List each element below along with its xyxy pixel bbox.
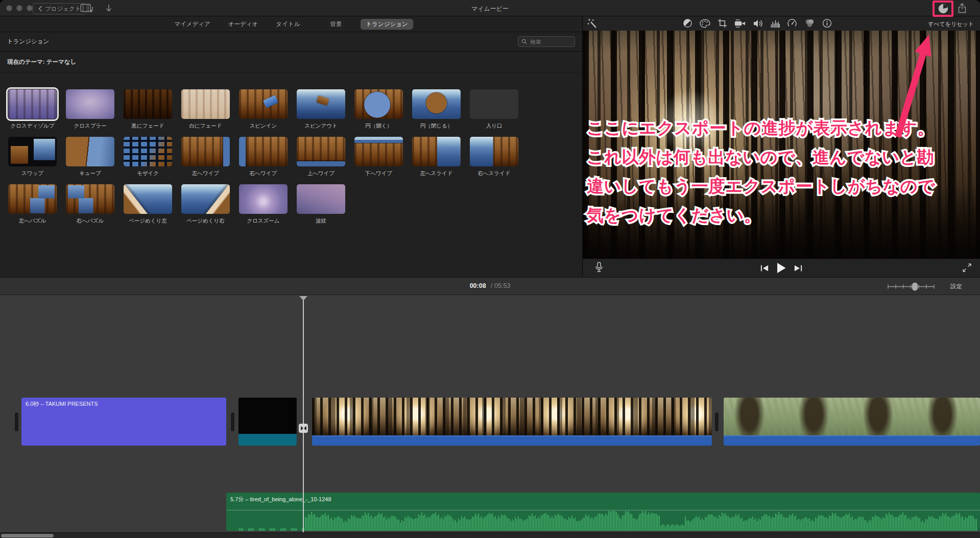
transition-thumbnail[interactable] — [470, 89, 518, 119]
title-clip[interactable]: 6.0秒 – TAKUMI PRESENTS — [21, 398, 226, 446]
transition-tile-circle-open[interactable]: 円（開く） — [354, 89, 403, 130]
transition-tile-slide-left[interactable]: 左へスライド — [412, 137, 461, 177]
green-video-clip[interactable] — [724, 398, 980, 446]
transition-tile-cross-dissolve[interactable]: クロスディゾルブ — [8, 89, 57, 130]
transition-thumbnail[interactable] — [66, 89, 114, 119]
tab-backgrounds[interactable]: 背景 — [325, 19, 347, 30]
transition-thumbnail[interactable] — [124, 184, 172, 214]
current-time: 00:08 — [470, 282, 486, 289]
tab-transitions[interactable]: トランジション — [361, 19, 413, 30]
share-icon[interactable] — [958, 3, 967, 13]
tab-my-media[interactable]: マイメディア — [169, 19, 216, 30]
transition-thumbnail[interactable] — [354, 137, 403, 166]
transition-thumbnail[interactable] — [181, 137, 230, 166]
transition-tile-wipe-right[interactable]: 右へワイプ — [239, 137, 288, 177]
transition-tile-swap[interactable]: スワップ — [8, 137, 57, 177]
noise-reduction-icon[interactable] — [771, 19, 780, 28]
transition-tile-spin-out[interactable]: スピンアウト — [297, 89, 345, 130]
transition-tile-cube[interactable]: キューブ — [66, 137, 114, 177]
info-icon[interactable] — [822, 18, 832, 28]
reset-all-button[interactable]: すべてをリセット — [928, 20, 974, 28]
timeline-zoom-slider[interactable] — [887, 282, 935, 291]
stabilization-camera-icon[interactable] — [734, 19, 746, 28]
search-field[interactable] — [518, 36, 575, 47]
transition-tile-spin-in[interactable]: スピンイン — [239, 89, 288, 130]
transition-tile-fade-black[interactable]: 黒にフェード — [124, 89, 172, 130]
transition-tile-doorway[interactable]: 入り口 — [470, 89, 518, 130]
transition-thumbnail[interactable] — [297, 89, 345, 119]
skip-forward-icon[interactable] — [794, 264, 802, 272]
transition-thumbnail[interactable] — [239, 89, 288, 119]
crop-icon[interactable] — [718, 18, 727, 28]
transition-thumbnail[interactable] — [124, 89, 172, 119]
forest-video-clip[interactable] — [312, 398, 712, 446]
browser-title: トランジション — [7, 38, 49, 45]
transition-thumbnail[interactable] — [8, 184, 57, 214]
transition-thumbnail[interactable] — [181, 89, 230, 119]
tab-titles[interactable]: タイトル — [271, 19, 305, 30]
speed-icon[interactable] — [787, 18, 797, 28]
transition-tile-fade-white[interactable]: 白にフェード — [181, 89, 230, 130]
color-balance-icon[interactable] — [683, 18, 692, 28]
transition-tile-wipe-down[interactable]: 下へワイプ — [354, 137, 403, 177]
transition-tile-ripple[interactable]: 波紋 — [297, 184, 345, 225]
horizontal-scrollbar[interactable] — [0, 532, 980, 538]
transition-thumbnail[interactable] — [239, 184, 288, 214]
skip-back-icon[interactable] — [760, 264, 769, 272]
clip-filter-icon[interactable] — [804, 18, 815, 28]
transition-thumbnail[interactable] — [8, 89, 57, 119]
current-theme-label: 現在のテーマ: テーマなし — [7, 58, 76, 66]
tab-audio[interactable]: オーディオ — [223, 19, 264, 30]
playhead[interactable] — [303, 299, 304, 532]
playhead-marker[interactable] — [299, 296, 307, 301]
transition-label: クロスズーム — [239, 217, 288, 225]
export-progress-highlight-box — [933, 1, 953, 17]
clip-trim-handle[interactable] — [231, 412, 234, 431]
transitions-row: 左へパズル右へパズルページめくり左ページめくり右クロスズーム波紋 — [8, 184, 582, 225]
transition-tile-circle-close[interactable]: 円（閉じる） — [412, 89, 461, 130]
black-clip[interactable] — [238, 398, 297, 446]
fullscreen-icon[interactable] — [962, 263, 972, 273]
transition-tile-puzzle-right[interactable]: 右へパズル — [66, 184, 114, 225]
forest-clip-audio-strip — [312, 435, 712, 446]
transition-thumbnail[interactable] — [66, 184, 114, 214]
play-button-icon[interactable] — [777, 263, 786, 273]
transition-tile-wipe-up[interactable]: 上へワイプ — [297, 137, 345, 177]
transition-tile-cross-zoom[interactable]: クロスズーム — [239, 184, 288, 225]
transition-thumbnail[interactable] — [412, 137, 461, 166]
transition-tile-slide-right[interactable]: 右へスライド — [470, 137, 518, 177]
transition-label: 左へワイプ — [181, 170, 230, 177]
transition-tile-page-curl-right[interactable]: ページめくり右 — [181, 184, 230, 225]
color-correction-icon[interactable] — [700, 19, 710, 28]
transition-tile-mosaic[interactable]: モザイク — [124, 137, 172, 177]
transition-thumbnail[interactable] — [124, 137, 172, 166]
green-clip-audio-strip — [724, 435, 980, 446]
background-music-clip[interactable]: 5.7分 – tired_of_being_alone_-_10-1248 — [226, 493, 980, 531]
transition-label: ページめくり右 — [181, 217, 230, 225]
export-progress-pie-icon[interactable] — [938, 3, 949, 14]
transition-badge[interactable] — [299, 424, 308, 433]
transition-tile-cross-blur[interactable]: クロスブラー — [66, 89, 114, 130]
transition-thumbnail[interactable] — [470, 137, 518, 166]
enhance-wand-icon[interactable] — [587, 18, 597, 29]
transition-thumbnail[interactable] — [8, 137, 57, 166]
transition-tile-page-curl-left[interactable]: ページめくり左 — [124, 184, 172, 225]
volume-icon[interactable] — [753, 19, 763, 28]
transition-thumbnail[interactable] — [297, 137, 345, 166]
timeline-settings-button[interactable]: 設定 — [950, 283, 962, 290]
zoom-slider-thumb[interactable] — [912, 283, 918, 291]
transition-thumbnail[interactable] — [239, 137, 288, 166]
transition-thumbnail[interactable] — [412, 89, 461, 119]
search-input[interactable] — [529, 38, 571, 45]
timeline[interactable]: 6.0秒 – TAKUMI PRESENTS 5.7分 – tired_of_b… — [0, 295, 980, 532]
transition-thumbnail[interactable] — [66, 137, 114, 166]
transition-thumbnail[interactable] — [354, 89, 403, 119]
transition-tile-puzzle-left[interactable]: 左へパズル — [8, 184, 57, 225]
clip-trim-handle[interactable] — [15, 412, 18, 431]
transition-thumbnail[interactable] — [297, 184, 345, 214]
transition-thumbnail[interactable] — [181, 184, 230, 214]
transition-tile-wipe-left[interactable]: 左へワイプ — [181, 137, 230, 177]
clip-trim-handle[interactable] — [715, 412, 719, 431]
scrollbar-thumb[interactable] — [1, 534, 54, 537]
transition-bowtie-icon — [300, 425, 307, 431]
